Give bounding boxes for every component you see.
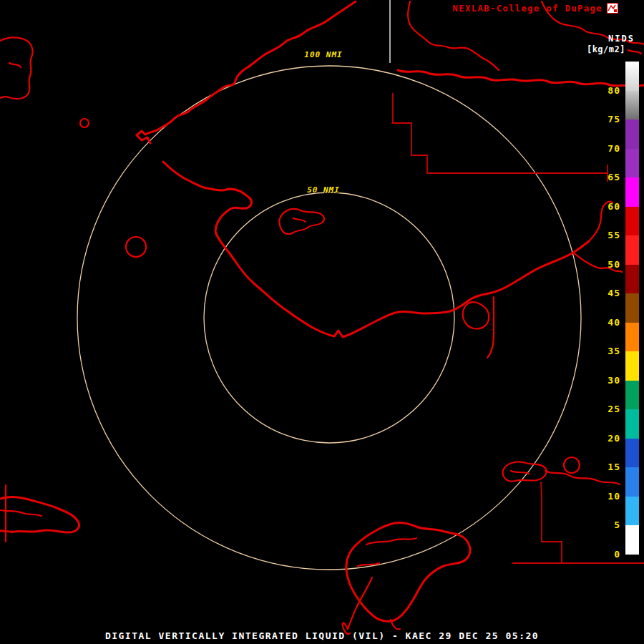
small-lake-ring (564, 457, 580, 473)
colorbar (625, 62, 639, 555)
colorbar-title: NIDS (587, 34, 635, 44)
colorbar-segment-25-30 (625, 381, 639, 410)
colorbar-heading: NIDS [kg/m2] (587, 34, 635, 54)
lake-inner-mark (511, 471, 529, 474)
colorbar-segment-10-15 (625, 467, 639, 497)
island-outline (279, 209, 324, 234)
county-boundary-bottomright (512, 482, 644, 563)
island-tail (343, 577, 372, 634)
coastline-northwest (137, 1, 356, 143)
colorbar-segment-35-40 (625, 323, 639, 352)
colorbar-segment-75-80 (625, 91, 639, 120)
colorbar-segment-15-20 (625, 439, 639, 468)
cod-logo-icon (607, 3, 618, 14)
coastline-bottomright (545, 471, 620, 484)
colorbar-segment-80+ (625, 62, 639, 91)
colorbar-segment-5-10 (625, 497, 639, 526)
coastline-south (216, 234, 589, 337)
coastline-east-north (589, 202, 613, 241)
colorbar-segment-0-5 (625, 525, 639, 555)
colorbar-segment-50-55 (625, 235, 639, 265)
colorbar-segment-65-70 (625, 149, 639, 178)
coastline-inlet (163, 162, 251, 234)
product-title: DIGITAL VERTICALLY INTEGRATED LIQUID (VI… (0, 630, 644, 641)
island-topleft (0, 37, 33, 99)
range-ring-100nmi (77, 66, 581, 570)
coastline-topright-main (398, 70, 644, 87)
range-ring-50nmi (204, 192, 454, 443)
radar-viewer: NEXLAB-College of DuPage NIDS [kg/m2] 80… (0, 0, 644, 644)
state-boundary-topright (393, 93, 608, 182)
header: NEXLAB-College of DuPage (453, 3, 618, 14)
lake-outline-bottomright (503, 462, 547, 481)
colorbar-segment-70-75 (625, 119, 639, 149)
island-inner-channel-1 (366, 538, 416, 545)
coastline-east-branch (573, 253, 622, 272)
colorbar-units: [kg/m2] (587, 44, 625, 54)
peninsula-loop (463, 302, 489, 328)
colorbar-segment-40-45 (625, 293, 639, 323)
colorbar-segment-55-60 (625, 207, 639, 236)
small-island-ring (80, 119, 89, 127)
colorbar-segment-30-35 (625, 351, 639, 381)
small-island-circle (126, 237, 146, 257)
range-ring-label-50nmi: 50 NMI (307, 185, 340, 195)
colorbar-segment-45-50 (625, 265, 639, 294)
island-topleft-inner (9, 63, 21, 67)
island-inner-mark (293, 218, 306, 222)
range-ring-label-100nmi: 100 NMI (304, 50, 342, 59)
colorbar-segment-60-65 (625, 177, 639, 207)
peninsula-boundary (487, 297, 494, 358)
brand-text: NEXLAB-College of DuPage (453, 4, 602, 14)
colorbar-segment-20-25 (625, 409, 639, 439)
radar-map-canvas (0, 0, 644, 644)
